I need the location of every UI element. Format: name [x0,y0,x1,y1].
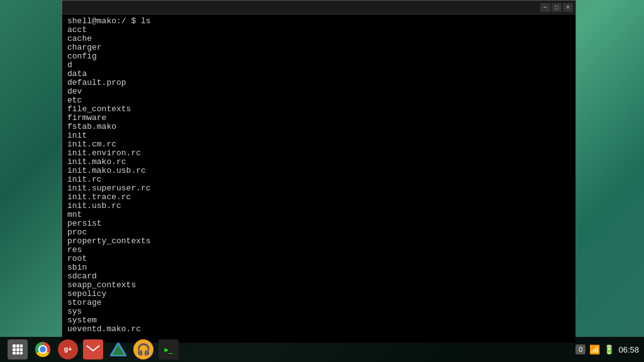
file-item: init [67,131,570,140]
svg-marker-11 [111,343,126,356]
file-item: firmware [67,114,570,123]
svg-rect-6 [13,352,16,354]
file-item: default.prop [67,79,570,87]
file-item: init.mako.usb.rc [67,167,570,175]
svg-rect-8 [20,352,23,354]
taskbar-headphones-icon[interactable]: 🎧 [133,339,153,359]
battery-icon: 🔋 [604,344,614,354]
taskbar-gmail-icon[interactable] [83,339,103,359]
svg-rect-5 [20,348,23,351]
file-item: init.superuser.rc [67,184,570,193]
close-button[interactable]: × [563,3,573,12]
file-item: config [67,52,570,61]
taskbar-right: 0 📶 🔋 06:58 [575,344,639,354]
file-item: data [67,70,570,79]
file-item: sepolicy [67,290,570,299]
file-item: mnt [67,211,570,219]
file-item: res [67,246,570,255]
taskbar: g+ 🎧 ▶_ 0 📶 🔋 06:58 [0,337,644,362]
taskbar-chrome-icon[interactable] [33,339,53,359]
notification-badge[interactable]: 0 [575,344,586,354]
wifi-icon: 📶 [589,344,600,354]
file-item: seapp_contexts [67,281,570,290]
terminal-titlebar: − □ × [62,1,575,14]
file-item: sbin [67,263,570,272]
file-item: acct [67,26,570,35]
svg-rect-7 [16,352,19,354]
svg-rect-1 [16,344,19,348]
file-item: charger [67,43,570,52]
file-item: d [67,61,570,70]
file-item: init.mako.rc [67,158,570,167]
terminal-window: − □ × shell@mako:/ $ ls acctcachecharger… [62,0,576,343]
file-item: init.trace.rc [67,193,570,202]
taskbar-drive-icon[interactable] [108,339,128,359]
file-item: ueventd.mako.rc [67,325,570,334]
svg-rect-2 [20,344,23,348]
file-item: etc [67,96,570,105]
file-item: system [67,316,570,325]
file-item: storage [67,299,570,307]
file-item: dev [67,87,570,96]
chrome-icon [35,342,50,357]
time-display: 06:58 [618,345,639,354]
file-item: file_contexts [67,105,570,114]
file-item: root [67,255,570,263]
file-item: sys [67,307,570,316]
file-item: proc [67,228,570,237]
minimize-button[interactable]: − [540,3,550,12]
svg-rect-3 [13,348,16,351]
file-item: persist [67,219,570,228]
maximize-button[interactable]: □ [552,3,562,12]
file-item: cache [67,35,570,43]
taskbar-terminal-icon[interactable]: ▶_ [158,339,179,359]
svg-rect-9 [86,344,100,354]
file-item: init.environ.rc [67,149,570,158]
file-item: fstab.mako [67,123,570,131]
file-item: init.cm.rc [67,140,570,149]
svg-rect-4 [16,348,19,351]
terminal-content[interactable]: shell@mako:/ $ ls acctcachechargerconfig… [62,14,575,343]
file-item: sdcard [67,272,570,281]
taskbar-gplus-icon[interactable]: g+ [58,339,78,359]
taskbar-apps-icon[interactable] [8,339,28,359]
file-item: init.rc [67,175,570,184]
file-list: acctcachechargerconfigddatadefault.propd… [67,26,570,334]
terminal-prompt: shell@mako:/ $ ls [67,16,151,26]
file-item: property_contexts [67,237,570,246]
file-item: init.usb.rc [67,202,570,211]
svg-rect-0 [13,344,16,348]
